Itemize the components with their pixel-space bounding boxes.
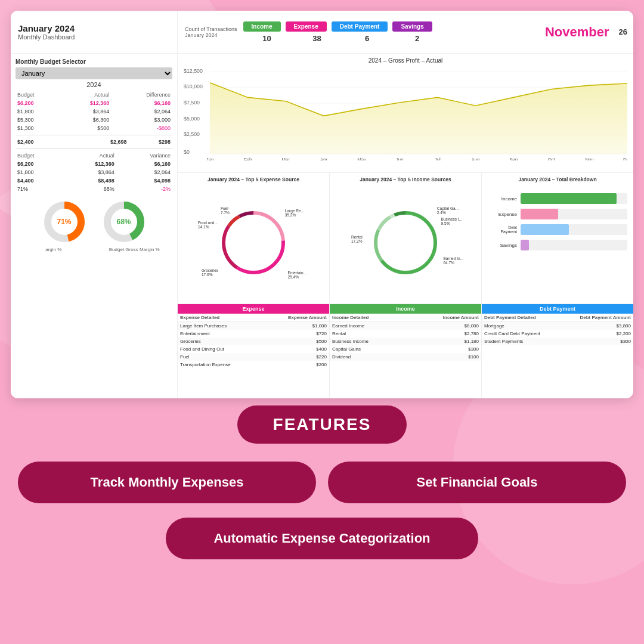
- month-dropdown[interactable]: January: [16, 67, 172, 79]
- bar-row-debt: DebtPayment: [488, 224, 627, 235]
- features-badge: FEATURES: [237, 405, 407, 444]
- bar-savings-fill: [521, 240, 529, 250]
- feature-buttons-row: Track Monthly Expenses Set Financial Goa…: [0, 462, 644, 503]
- donut-orange: 71%: [41, 198, 88, 246]
- bar-savings-label: Savings: [488, 243, 521, 248]
- bar-row-expense: Expense: [488, 209, 627, 219]
- budget-margin-label: Budget Gross Margin %: [97, 247, 173, 252]
- stats-area: Count of Transactions January 2024 Incom…: [178, 11, 535, 53]
- bar-income-fill: [521, 193, 617, 204]
- earned-label: Earned In...64.7%: [443, 256, 463, 265]
- bar-expense-fill: [521, 209, 558, 219]
- breakdown-chart-box: January 2024 – Total Breakdown Income Ex…: [482, 173, 633, 304]
- large-re-label: Large Re...35.2%: [285, 209, 304, 217]
- year-label: 2024: [16, 81, 172, 88]
- actual-val: $6,300: [61, 116, 112, 124]
- income-col2: Income Amount: [406, 314, 481, 322]
- diff-val: $3,000: [111, 116, 172, 124]
- var-actual: $2,698: [72, 138, 129, 146]
- margin-label: argin %: [16, 247, 92, 252]
- budget-val: $1,800: [16, 107, 61, 116]
- debt-table-header-row: Debt Payment Detailed Debt Payment Amoun…: [482, 314, 633, 322]
- track-expenses-button[interactable]: Track Monthly Expenses: [18, 462, 316, 503]
- svg-text:$2,500: $2,500: [184, 131, 200, 137]
- expense-table-header: Expense: [178, 304, 329, 314]
- food-label: Food and...14.1%: [198, 221, 218, 229]
- auto-categorization-button[interactable]: Automatic Expense Categorization: [166, 518, 478, 559]
- variance-table: $2,400 $2,698 $298: [16, 138, 172, 146]
- svg-text:Sep: Sep: [509, 157, 518, 160]
- savings-badge: Savings: [392, 21, 432, 32]
- dashboard-header: January 2024 Monthly Dashboard Count of …: [11, 11, 633, 54]
- rental-label: Rental17.2%: [351, 235, 363, 243]
- transactions-label: Count of Transactions January 2024: [185, 26, 237, 38]
- table-row: Dividend$100: [330, 353, 481, 361]
- expense-table-block: Expense Expense Detailed Expense Amount …: [178, 304, 330, 398]
- set-goals-button[interactable]: Set Financial Goals: [328, 462, 626, 503]
- debt-col2: Debt Payment Amount: [561, 314, 633, 322]
- expense-table: Expense Detailed Expense Amount Large It…: [178, 314, 329, 369]
- actual-val: $12,360: [61, 99, 112, 107]
- title-block: January 2024 Monthly Dashboard: [11, 11, 178, 53]
- capital-label: Capital Ga...2.4%: [437, 206, 459, 215]
- dashboard-screenshot: January 2024 Monthly Dashboard Count of …: [11, 11, 633, 398]
- breakdown-title: January 2024 – Total Breakdown: [518, 177, 596, 182]
- table-row: Entertainment$720: [178, 330, 329, 338]
- donut-section: 71% 68%: [16, 198, 172, 246]
- income-table-header-row: Income Detailed Income Amount: [330, 314, 481, 322]
- table-row: Student Payments$300: [482, 338, 633, 345]
- table-row: Fuel$220: [178, 353, 329, 361]
- expense-donut: Large Re...35.2% Entertain...25.4% Groce…: [215, 204, 292, 281]
- svg-text:$10,000: $10,000: [184, 83, 203, 89]
- svg-text:Aug: Aug: [472, 157, 480, 160]
- budget2-row-1: $6,200 $12,360 $6,160: [16, 160, 172, 168]
- svg-text:Dec: Dec: [623, 157, 627, 160]
- table-row: Business Income$1,180: [330, 338, 481, 345]
- col-var2: Variance: [116, 151, 172, 160]
- svg-text:Jul: Jul: [435, 157, 441, 160]
- budget2-row-2: $1,800 $3,864 $2,064: [16, 168, 172, 177]
- table-row: Capital Gains$300: [330, 345, 481, 353]
- expense-table-header-row: Expense Detailed Expense Amount: [178, 314, 329, 322]
- expense-chart-box: January 2024 – Top 5 Expense Source: [178, 173, 330, 304]
- bar-row-income: Income: [488, 193, 627, 204]
- table-row: Groceries$500: [178, 338, 329, 345]
- auto-categorization-row: Automatic Expense Categorization: [0, 518, 644, 559]
- bar-income-label: Income: [488, 196, 521, 202]
- budget-selector-title: Monthly Budget Selector: [16, 58, 172, 65]
- debt-table: Debt Payment Detailed Debt Payment Amoun…: [482, 314, 633, 345]
- svg-text:$5,000: $5,000: [184, 115, 200, 121]
- dashboard-title: January 2024: [18, 23, 170, 33]
- bar-savings-track: [521, 240, 627, 250]
- three-charts-row: January 2024 – Top 5 Expense Source: [178, 173, 633, 304]
- svg-text:Oct: Oct: [548, 157, 556, 160]
- savings-count: 2: [394, 34, 441, 43]
- budget-val: $5,300: [16, 116, 61, 124]
- income-table-block: Income Income Detailed Income Amount Ear…: [330, 304, 482, 398]
- col-actual: Actual: [61, 91, 112, 99]
- bar-debt-label: DebtPayment: [488, 225, 521, 234]
- income-chart-box: January 2024 – Top 5 Income Sources: [330, 173, 482, 304]
- donut-labels-row: argin % Budget Gross Margin %: [16, 247, 172, 252]
- budget-table-2: Budget Actual Variance $6,200 $12,360 $6…: [16, 151, 172, 193]
- svg-text:Feb: Feb: [244, 157, 252, 160]
- november-count: 26: [619, 11, 633, 53]
- expense-col2: Expense Amount: [262, 314, 329, 322]
- table-row: Mortgage$3,800: [482, 322, 633, 330]
- svg-text:Mar: Mar: [282, 157, 290, 160]
- bar-chart: Income Expense DebtPayment: [485, 191, 630, 258]
- budget-row-2: $1,800 $3,864 $2,064: [16, 107, 172, 116]
- income-table-header: Income: [330, 304, 481, 314]
- actual-val: $500: [61, 124, 112, 132]
- donut-green: 68%: [100, 198, 148, 246]
- table-row: Earned Income$8,000: [330, 322, 481, 330]
- bar-row-savings: Savings: [488, 240, 627, 250]
- debt-badge: Debt Payment: [332, 21, 388, 32]
- col-budget: Budget: [16, 91, 61, 99]
- income-labels: Capital Ga...2.4% Business I...9.5% Rent…: [367, 204, 444, 281]
- badges-numbers: Income Expense Debt Payment Savings 10 3…: [243, 21, 441, 43]
- col-diff: Difference: [111, 91, 172, 99]
- budget-row-3: $5,300 $6,300 $3,000: [16, 116, 172, 124]
- entertain-label: Entertain...25.4%: [288, 271, 306, 279]
- income-badge: Income: [243, 21, 281, 32]
